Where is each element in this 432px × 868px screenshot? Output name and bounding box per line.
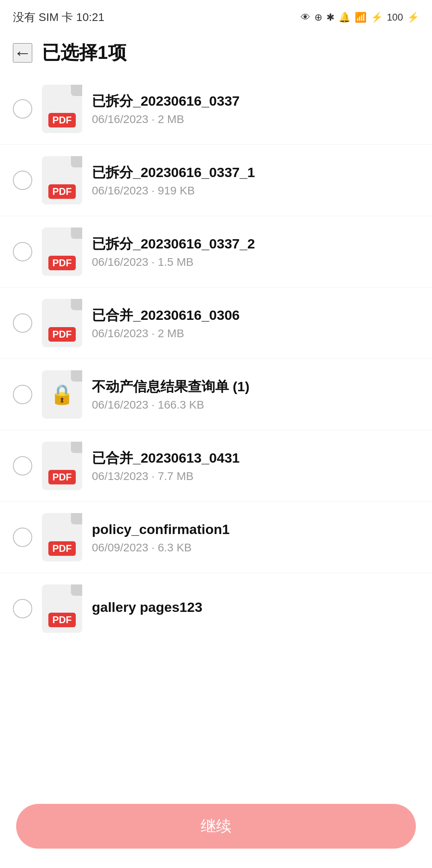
pdf-badge: PDF xyxy=(48,184,76,199)
file-icon: PDF xyxy=(42,513,82,561)
radio-button[interactable] xyxy=(13,385,32,404)
file-icon: PDF xyxy=(42,584,82,633)
file-info: 已拆分_20230616_0337_106/16/2023 · 919 KB xyxy=(92,163,419,197)
status-bar: 没有 SIM 卡 10:21 👁 ⊕ ✱ 🔔 📶 ⚡ 100 ⚡ xyxy=(0,0,432,32)
top-bar: ← 已选择1项 xyxy=(0,32,432,73)
file-icon: PDF xyxy=(42,299,82,347)
file-info: 已拆分_20230616_0337_206/16/2023 · 1.5 MB xyxy=(92,235,419,269)
pdf-badge: PDF xyxy=(48,470,76,484)
list-item[interactable]: PDF已拆分_20230616_033706/16/2023 · 2 MB xyxy=(0,73,432,145)
list-item[interactable]: PDF已合并_20230613_043106/13/2023 · 7.7 MB xyxy=(0,430,432,502)
status-text: 没有 SIM 卡 10:21 xyxy=(13,10,104,25)
pdf-badge: PDF xyxy=(48,256,76,270)
file-icon: PDF xyxy=(42,442,82,490)
file-name: 已拆分_20230616_0337_1 xyxy=(92,163,419,181)
file-name: 不动产信息结果查询单 (1) xyxy=(92,378,419,395)
file-name: 已拆分_20230616_0337_2 xyxy=(92,235,419,252)
file-name: policy_confirmation1 xyxy=(92,520,419,538)
list-item[interactable]: PDF已拆分_20230616_0337_106/16/2023 · 919 K… xyxy=(0,145,432,216)
radio-button[interactable] xyxy=(13,99,32,119)
eye-icon: 👁 xyxy=(301,12,310,23)
file-meta: 06/16/2023 · 2 MB xyxy=(92,327,419,340)
battery-warning-icon: ⚡ xyxy=(371,12,383,23)
content-area: PDF已拆分_20230616_033706/16/2023 · 2 MBPDF… xyxy=(0,73,432,717)
pdf-badge: PDF xyxy=(48,613,76,627)
status-icons: 👁 ⊕ ✱ 🔔 📶 ⚡ 100 ⚡ xyxy=(301,12,419,23)
continue-button[interactable]: 继续 xyxy=(16,804,416,849)
file-meta: 06/16/2023 · 2 MB xyxy=(92,113,419,126)
file-meta: 06/16/2023 · 919 KB xyxy=(92,184,419,197)
file-icon: PDF xyxy=(42,156,82,204)
charging-icon: ⚡ xyxy=(407,12,419,23)
file-info: 已拆分_20230616_033706/16/2023 · 2 MB xyxy=(92,92,419,126)
pdf-badge: PDF xyxy=(48,113,76,127)
nfc-icon: ⊕ xyxy=(314,12,322,23)
back-button[interactable]: ← xyxy=(13,43,32,63)
radio-button[interactable] xyxy=(13,599,32,618)
file-meta: 06/16/2023 · 166.3 KB xyxy=(92,399,419,411)
list-item[interactable]: PDF已拆分_20230616_0337_206/16/2023 · 1.5 M… xyxy=(0,216,432,288)
battery-level: 100 xyxy=(387,12,403,23)
list-item[interactable]: PDFpolicy_confirmation106/09/2023 · 6.3 … xyxy=(0,502,432,573)
bottom-bar: 继续 xyxy=(0,794,432,868)
radio-button[interactable] xyxy=(13,313,32,333)
radio-button[interactable] xyxy=(13,242,32,261)
file-meta: 06/16/2023 · 1.5 MB xyxy=(92,256,419,269)
file-icon: 🔒 xyxy=(42,370,82,419)
file-info: gallery pages123 xyxy=(92,598,419,619)
lock-icon: 🔒 xyxy=(50,383,74,406)
pdf-badge: PDF xyxy=(48,541,76,556)
file-icon: PDF xyxy=(42,227,82,276)
list-item[interactable]: PDF已合并_20230616_030606/16/2023 · 2 MB xyxy=(0,288,432,359)
file-meta: 06/13/2023 · 7.7 MB xyxy=(92,470,419,483)
file-info: 已合并_20230613_043106/13/2023 · 7.7 MB xyxy=(92,449,419,483)
list-item[interactable]: 🔒不动产信息结果查询单 (1)06/16/2023 · 166.3 KB xyxy=(0,359,432,430)
file-name: 已拆分_20230616_0337 xyxy=(92,92,419,110)
file-list: PDF已拆分_20230616_033706/16/2023 · 2 MBPDF… xyxy=(0,73,432,644)
page-title: 已选择1项 xyxy=(42,40,127,65)
file-meta: 06/09/2023 · 6.3 KB xyxy=(92,541,419,554)
radio-button[interactable] xyxy=(13,528,32,547)
file-name: 已合并_20230613_0431 xyxy=(92,449,419,467)
bluetooth-icon: ✱ xyxy=(326,12,334,23)
list-item[interactable]: PDFgallery pages123 xyxy=(0,573,432,644)
radio-button[interactable] xyxy=(13,171,32,190)
file-info: 已合并_20230616_030606/16/2023 · 2 MB xyxy=(92,306,419,340)
pdf-badge: PDF xyxy=(48,327,76,342)
file-name: gallery pages123 xyxy=(92,598,419,616)
file-name: 已合并_20230616_0306 xyxy=(92,306,419,324)
mute-icon: 🔔 xyxy=(339,12,351,23)
file-info: 不动产信息结果查询单 (1)06/16/2023 · 166.3 KB xyxy=(92,378,419,411)
file-icon: PDF xyxy=(42,85,82,133)
file-info: policy_confirmation106/09/2023 · 6.3 KB xyxy=(92,520,419,554)
radio-button[interactable] xyxy=(13,456,32,476)
wifi-icon: 📶 xyxy=(355,12,367,23)
